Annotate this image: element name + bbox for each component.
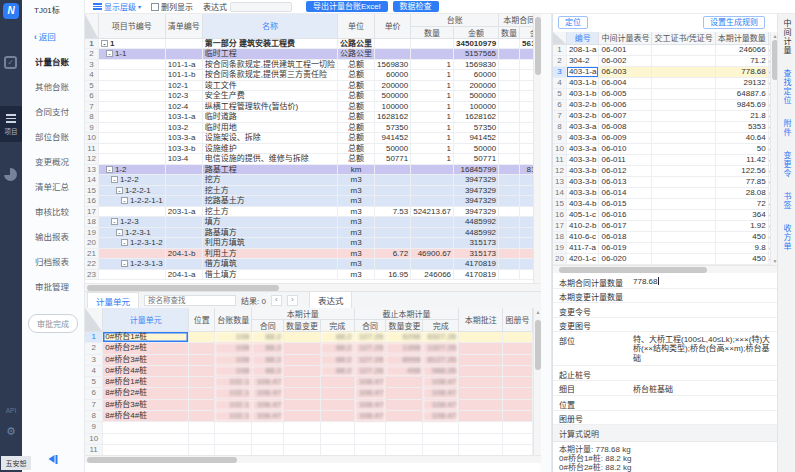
field-current-contract-qty[interactable]: 本期合同计量数量 778.68 (553, 274, 778, 289)
table-row[interactable]: 9103-2临时用地总额57350157350 (85, 122, 533, 133)
tree-collapse-icon[interactable]: - (106, 166, 113, 173)
back-button[interactable]: ‹返回 (34, 30, 84, 42)
table-row[interactable]: 22-1-2-3-1-3借方填筑m34170819 (85, 259, 533, 270)
header-change[interactable]: 数量变更 (386, 320, 423, 332)
table-row[interactable]: 11 (85, 444, 533, 455)
table-row[interactable]: 8103-1-a临时道路总额162816211628162 (85, 112, 533, 123)
header-sheet-no[interactable]: 中间计量表号 (599, 32, 652, 44)
table-row[interactable]: 13-1-2路基工程km16845799816939 (85, 164, 533, 175)
rail-item-project[interactable]: 项目 (0, 106, 22, 142)
table-row[interactable]: 16405-1-c06-0163640 (553, 209, 770, 220)
table-row[interactable]: 11103-3-b设施维护总额50000150000 (85, 143, 533, 154)
header-current-qty[interactable]: 本期计量数量 (715, 32, 768, 44)
table-row[interactable]: 18-1-2-3填方m34485992 (85, 217, 533, 228)
header-list-code[interactable]: 清单编号 (165, 14, 202, 38)
column-display-button[interactable]: 删列显示 (151, 1, 193, 12)
table-row[interactable]: 1-1第一部分 建筑安装工程费公路公里3450109795618881 (85, 38, 533, 49)
header-position[interactable]: 位置 (189, 308, 215, 332)
tab-change-order[interactable]: 变更令 (781, 151, 792, 178)
field-change-order-no[interactable]: 变更令号 (553, 303, 778, 318)
sidebar-item-output-report[interactable]: 输出报表 (22, 223, 84, 248)
next-result-button[interactable]: › (287, 295, 298, 306)
header-contract[interactable]: 合同 (354, 320, 386, 332)
field-atlas-no[interactable]: 图册号 (553, 411, 778, 426)
header-unit-name[interactable]: 计量单元 (103, 308, 189, 332)
table-row[interactable]: 4101-1-b按合同条款规定,提供第三方责任险总额60000160000 (85, 70, 533, 81)
table-row[interactable]: 2304-206-00271.20 (553, 55, 770, 66)
field-detail-item[interactable]: 细目 桥台桩基础 (553, 381, 778, 397)
table-row[interactable]: 15-1-2-2-1挖土方m33947329 (85, 185, 533, 196)
table-row[interactable]: 6102-3安全生产费总额5000001500000 (85, 91, 533, 102)
table-row[interactable]: 6403-2-b06-0069845.690 (553, 99, 770, 110)
header-contract[interactable]: 合同 (252, 320, 284, 332)
tree-collapse-icon[interactable]: - (111, 218, 118, 225)
table-row[interactable]: 2-1-1临时工程公路公里5157565 (85, 49, 533, 60)
expression-input[interactable] (230, 2, 292, 12)
table-row[interactable]: 12103-4电信设施的提供、维修与拆除总额50771150771 (85, 154, 533, 165)
header-group-todate[interactable]: 截止本期计量 (354, 308, 459, 320)
field-part[interactable]: 部位 特、大桥工程(100≤L,40≤Lk);×××(特)大桥(××结构类型);… (553, 332, 778, 366)
app-logo-icon[interactable]: N (3, 3, 19, 19)
sidebar-item-list-summary[interactable]: 清单汇总 (22, 173, 84, 198)
prev-result-button[interactable]: ‹ (271, 295, 282, 306)
table-row[interactable]: 11403-3-b06-01111.420 (553, 154, 770, 165)
user-badge[interactable]: 五安恕 (1, 456, 31, 470)
tree-collapse-icon[interactable]: - (116, 229, 123, 236)
tab-receipt-sheet[interactable]: 收方单 (781, 224, 792, 251)
header-ledger-qty[interactable]: 台账数量 (215, 308, 252, 332)
table-row[interactable]: 7102-4纵横工程管理软件(暂估价)总额1000001100000 (85, 101, 533, 112)
table-row[interactable]: 7403-2-b06-00721.80 (553, 110, 770, 121)
tasks-check-icon[interactable]: ✓ (4, 56, 17, 69)
field-current-change-qty[interactable]: 本期变更计量数量 (553, 289, 778, 304)
api-link[interactable]: API (0, 407, 22, 414)
table-row[interactable]: 40#桥台4#桩10888.288.2127.26498988.26 (85, 365, 533, 376)
table-row[interactable]: 1208-1-a06-0012460660 (553, 44, 770, 55)
tree-collapse-icon[interactable]: - (116, 187, 123, 194)
tree-collapse-icon[interactable]: - (121, 197, 128, 204)
panel-splitter[interactable] (541, 14, 552, 472)
tree-collapse-icon[interactable]: - (121, 260, 128, 267)
table-row[interactable]: 17203-1-a挖土方m37.53524213.673947329 (85, 206, 533, 217)
table-row[interactable]: 8403-3-a06-00853530 (553, 121, 770, 132)
header-group-current[interactable]: 本期计量 (252, 308, 354, 320)
sidebar-item-archive-report[interactable]: 归档报表 (22, 248, 84, 273)
table-row[interactable]: 21204-1-b利用土方m36.7246900.67315173 (85, 248, 533, 259)
tree-collapse-icon[interactable]: - (121, 239, 128, 246)
tab-bookmark[interactable]: 书签 (781, 192, 792, 210)
table-row[interactable]: 20#桥台2#桩10888.288.2127.2613981327.26 (85, 343, 533, 354)
table-row[interactable]: 10103-3-a设施架设、拆除总额9414521941452 (85, 133, 533, 144)
unit-vertical-scrollbar[interactable]: ▲ (533, 308, 541, 455)
header-unit[interactable]: 单位 (338, 14, 375, 38)
table-row[interactable]: 20420-1-c06-0204500 (553, 253, 770, 264)
header-name[interactable]: 名称 (202, 14, 337, 38)
table-row[interactable]: 19411-7-a06-0199.80 (553, 242, 770, 253)
display-level-dropdown[interactable]: 显示层级▾ (93, 1, 141, 12)
header-book[interactable]: 图册号 (502, 308, 532, 332)
table-row[interactable]: 3403-1-a06-003778.680 (553, 66, 770, 77)
table-row[interactable]: 14-1-2-2挖方m33947329 (85, 175, 533, 186)
locate-button[interactable]: 定位 (558, 16, 588, 29)
table-row[interactable]: 16-1-2-2-1-1挖路基土方m33947329 (85, 196, 533, 207)
select-all-corner[interactable] (553, 32, 566, 44)
table-row[interactable]: 5403-1-b06-00564887.60 (553, 88, 770, 99)
sidebar-item-contract-pay[interactable]: 合同支付 (22, 98, 84, 123)
select-all-corner[interactable] (85, 308, 103, 332)
table-row[interactable]: 19-1-2-3-1路基填方m34485992 (85, 227, 533, 238)
table-row[interactable]: 20-1-2-3-1-2利用方填筑m3315173 (85, 238, 533, 249)
tab-measure-unit[interactable]: 计量单元 (87, 292, 139, 309)
panel-horizontal-scrollbar[interactable] (553, 265, 778, 273)
header-node[interactable]: 项目节编号 (98, 14, 165, 38)
table-row[interactable]: 30#桥台3#桩10888.288.2127.2689988127.26 (85, 354, 533, 365)
table-row[interactable]: 3101-1-a按合同条款规定,提供建筑工程一切险总额1569830115698… (85, 59, 533, 70)
ledger-horizontal-scrollbar[interactable] (85, 283, 541, 291)
sidebar-item-change-overview[interactable]: 变更概况 (22, 148, 84, 173)
table-row[interactable]: 58#桥台1#桩102.1108.47108.47108.47 (85, 377, 533, 388)
unit-horizontal-scrollbar[interactable] (85, 455, 541, 463)
field-change-drawing-no[interactable]: 变更图号 (553, 318, 778, 333)
header-change[interactable]: 数量变更 (284, 320, 321, 332)
table-row[interactable]: 5102-1竣工文件总额2000001200000 (85, 80, 533, 91)
tree-collapse-icon[interactable]: - (106, 50, 113, 57)
header-amt[interactable]: 金额 (454, 26, 499, 38)
unit-expression-button[interactable]: 表达式 (309, 291, 353, 309)
tree-collapse-icon[interactable]: - (111, 176, 118, 183)
